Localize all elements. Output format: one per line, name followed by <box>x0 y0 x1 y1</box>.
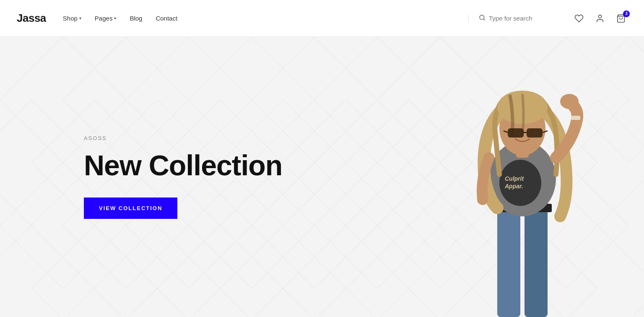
hero-title: New Collection <box>84 150 282 181</box>
cart-badge: 3 <box>623 10 630 17</box>
hero-eyebrow: asoss <box>84 135 282 141</box>
hero-person-svg: Culprit Appar. <box>455 49 589 317</box>
hero-image: Culprit Appar. <box>443 37 602 317</box>
hero-cta-button[interactable]: VIEW COLLECTION <box>84 197 177 219</box>
nav-menu: Shop ▾ Pages ▾ Blog Contact <box>63 15 460 22</box>
svg-text:Culprit: Culprit <box>505 175 524 182</box>
svg-line-1 <box>483 19 485 20</box>
hero-section: asoss New Collection VIEW COLLECTION Cul… <box>0 37 644 317</box>
search-input[interactable] <box>489 15 564 22</box>
nav-blog-label: Blog <box>130 15 142 22</box>
nav-pages-label: Pages <box>95 15 113 22</box>
svg-point-2 <box>598 15 601 18</box>
svg-point-60 <box>560 94 579 109</box>
nav-contact-label: Contact <box>156 15 177 22</box>
cart-button[interactable]: 3 <box>615 12 627 25</box>
nav-item-contact[interactable]: Contact <box>156 15 177 22</box>
nav-item-pages[interactable]: Pages ▾ <box>95 15 117 22</box>
nav-item-blog[interactable]: Blog <box>130 15 142 22</box>
wishlist-button[interactable] <box>573 12 585 25</box>
search-area <box>468 14 564 23</box>
svg-rect-61 <box>571 116 580 120</box>
shop-chevron-icon: ▾ <box>79 16 81 21</box>
nav-item-shop[interactable]: Shop ▾ <box>63 15 81 22</box>
svg-rect-45 <box>525 208 548 317</box>
svg-rect-56 <box>527 128 543 138</box>
hero-content: asoss New Collection VIEW COLLECTION <box>0 135 282 219</box>
brand-logo[interactable]: Jassa <box>17 12 46 25</box>
search-icon <box>479 14 486 23</box>
svg-rect-44 <box>497 208 520 317</box>
nav-shop-label: Shop <box>63 15 78 22</box>
navbar-right: 3 <box>460 12 627 25</box>
svg-rect-55 <box>508 128 524 138</box>
navbar: Jassa Shop ▾ Pages ▾ Blog Contact <box>0 0 644 37</box>
pages-chevron-icon: ▾ <box>114 16 116 21</box>
svg-text:Appar.: Appar. <box>504 183 523 190</box>
account-button[interactable] <box>594 12 606 25</box>
